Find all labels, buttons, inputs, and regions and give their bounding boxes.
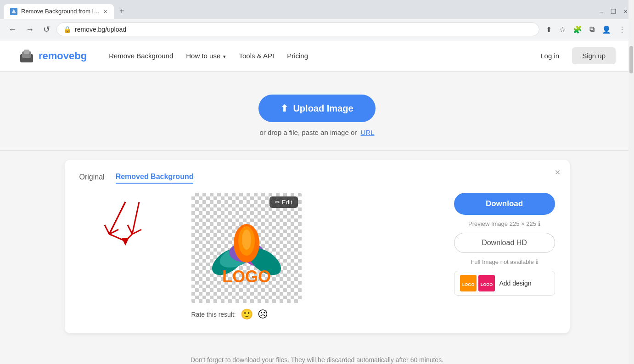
right-panel: Download Preview Image 225 × 225 ℹ Downl… (454, 193, 555, 296)
full-image-info: Full Image not available ℹ (471, 258, 538, 265)
forward-button[interactable]: → (23, 23, 37, 36)
svg-rect-3 (24, 50, 29, 54)
split-view-button[interactable]: ⧉ (587, 23, 597, 36)
sad-emoji-button[interactable]: ☹ (258, 308, 268, 320)
happy-emoji-button[interactable]: 🙂 (241, 308, 253, 320)
bookmark-button[interactable]: ☆ (556, 23, 568, 36)
nav-links: Remove Background How to use ▾ Tools & A… (109, 52, 308, 60)
menu-button[interactable]: ⋮ (616, 23, 628, 36)
hero-area: ⬆ Upload Image or drop a file, paste an … (0, 72, 634, 150)
scrollbar[interactable] (628, 0, 634, 364)
svg-text:LOGO: LOGO (480, 282, 493, 287)
preview-info: Preview Image 225 × 225 ℹ (468, 220, 540, 227)
url-link[interactable]: URL (360, 129, 374, 136)
result-logo-image: LOGO (201, 202, 292, 294)
svg-marker-0 (11, 9, 16, 13)
login-button[interactable]: Log in (533, 48, 567, 63)
logo-remove: remove (39, 50, 74, 62)
toolbar-icons: ⬆ ☆ 🧩 ⧉ 👤 ⋮ (543, 23, 628, 36)
result-container: × Original Removed Background (65, 160, 570, 333)
design-thumb-2: LOGO (478, 275, 495, 291)
drop-text: or drop a file, paste an image or URL (260, 129, 375, 136)
site-nav: removebg Remove Background How to use ▾ … (0, 40, 634, 72)
tab-close-icon[interactable]: × (104, 8, 107, 15)
upload-icon: ⬆ (281, 103, 288, 114)
upload-button-label: Upload Image (293, 103, 353, 114)
window-minimize-button[interactable]: – (597, 6, 606, 17)
svg-line-4 (109, 202, 125, 234)
browser-toolbar: ← → ↺ 🔒 remove.bg/upload ⬆ ☆ 🧩 ⧉ 👤 ⋮ (0, 19, 634, 40)
refresh-button[interactable]: ↺ (40, 22, 53, 36)
svg-line-7 (132, 202, 139, 234)
tab-removed-background[interactable]: Removed Background (116, 173, 194, 184)
logo-area[interactable]: removebg (18, 48, 87, 64)
signup-button[interactable]: Sign up (572, 47, 616, 64)
divider (0, 150, 634, 151)
pricing-link[interactable]: Pricing (287, 52, 308, 60)
edit-button[interactable]: ✏ Edit (269, 196, 297, 208)
lock-icon: 🔒 (63, 26, 71, 33)
footer-notice: Don't forget to download your files. The… (0, 342, 634, 364)
extensions-button[interactable]: 🧩 (570, 23, 585, 36)
share-button[interactable]: ⬆ (543, 23, 555, 36)
account-button[interactable]: 👤 (599, 23, 614, 36)
tab-favicon (10, 8, 17, 15)
svg-line-5 (105, 225, 109, 234)
new-tab-button[interactable]: + (115, 4, 129, 19)
browser-chrome: Remove Background from Image… × + – ❐ × … (0, 0, 634, 40)
how-to-use-link[interactable]: How to use ▾ (186, 52, 226, 60)
add-design-area[interactable]: LOGO LOGO Add design (454, 271, 555, 296)
nav-right: Log in Sign up (533, 47, 616, 64)
info-icon-full: ℹ (536, 258, 538, 265)
logo-icon (18, 48, 35, 64)
add-design-label: Add design (499, 280, 532, 287)
address-bar[interactable]: 🔒 remove.bg/upload (56, 22, 539, 36)
back-button[interactable]: ← (6, 23, 19, 36)
design-thumbnails: LOGO LOGO (460, 275, 495, 291)
transparent-background: LOGO (191, 193, 302, 303)
tab-bar: Remove Background from Image… × + – ❐ × (0, 0, 634, 19)
site-body: removebg Remove Background How to use ▾ … (0, 40, 634, 364)
svg-text:LOGO: LOGO (222, 267, 271, 286)
url-text: remove.bg/upload (75, 26, 533, 33)
tab-title: Remove Background from Image… (21, 8, 100, 15)
info-icon-preview: ℹ (538, 220, 540, 227)
svg-line-8 (128, 225, 132, 234)
download-hd-button[interactable]: Download HD (454, 233, 555, 253)
svg-point-20 (242, 230, 251, 250)
removed-background-preview: ✏ Edit (191, 193, 302, 320)
tab-original[interactable]: Original (79, 173, 105, 183)
rate-area: Rate this result: 🙂 ☹ (191, 308, 302, 320)
upload-button[interactable]: ⬆ Upload Image (258, 95, 375, 122)
logo-bg: bg (74, 50, 87, 62)
remove-background-link[interactable]: Remove Background (109, 52, 173, 60)
rate-text: Rate this result: (191, 311, 236, 318)
arrow-sketch-icon (84, 193, 176, 252)
svg-text:LOGO: LOGO (462, 282, 474, 287)
close-result-button[interactable]: × (555, 167, 561, 178)
scrollbar-thumb[interactable] (629, 46, 633, 73)
result-tabs: Original Removed Background (79, 173, 555, 184)
original-preview (79, 193, 180, 252)
design-thumb-1: LOGO (460, 275, 477, 291)
svg-marker-12 (122, 238, 129, 246)
logo-text: removebg (39, 50, 87, 62)
window-restore-button[interactable]: ❐ (608, 6, 619, 17)
download-button[interactable]: Download (454, 193, 555, 215)
active-tab[interactable]: Remove Background from Image… × (4, 4, 114, 19)
tools-api-link[interactable]: Tools & API (239, 52, 274, 60)
chevron-down-icon: ▾ (223, 54, 226, 59)
result-content: ✏ Edit (79, 193, 555, 320)
